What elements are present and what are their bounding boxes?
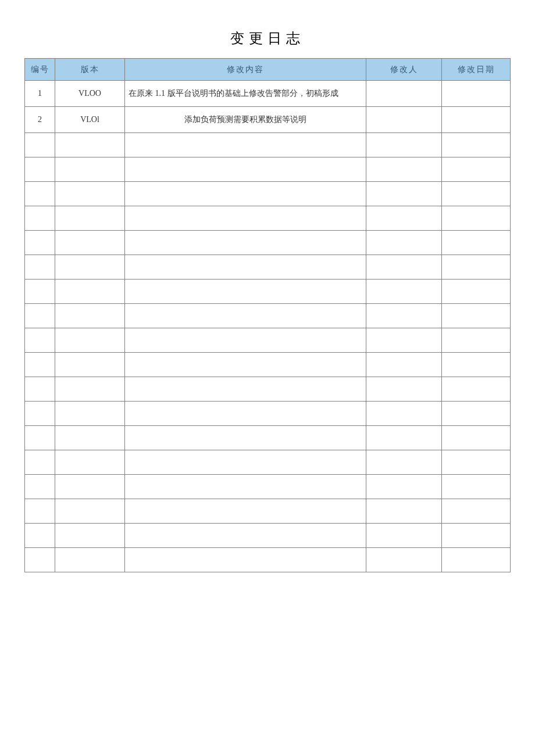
table-row (25, 524, 511, 548)
table-row (25, 157, 511, 182)
changelog-table: 编号 版本 修改内容 修改人 修改日期 1VLOO在原来 1.1 版平台说明书的… (24, 58, 511, 572)
cell-content (125, 353, 366, 377)
cell-date (442, 133, 511, 157)
cell-date (442, 157, 511, 182)
cell-id (25, 280, 55, 304)
cell-id (25, 206, 55, 231)
cell-version (55, 280, 125, 304)
cell-content: 添加负荷预测需要积累数据等说明 (125, 107, 366, 133)
cell-author (366, 304, 442, 328)
cell-author (366, 133, 442, 157)
cell-content (125, 133, 366, 157)
cell-author (366, 499, 442, 524)
table-row (25, 206, 511, 231)
table-row (25, 231, 511, 255)
cell-author (366, 81, 442, 107)
cell-date (442, 499, 511, 524)
cell-date (442, 182, 511, 206)
table-row (25, 304, 511, 328)
cell-author (366, 157, 442, 182)
table-row (25, 133, 511, 157)
cell-id (25, 157, 55, 182)
cell-author (366, 206, 442, 231)
cell-id (25, 524, 55, 548)
cell-version (55, 475, 125, 499)
cell-version (55, 524, 125, 548)
cell-date (442, 353, 511, 377)
cell-version (55, 231, 125, 255)
cell-content (125, 328, 366, 353)
cell-content: 在原来 1.1 版平台说明书的基础上修改告警部分，初稿形成 (125, 81, 366, 107)
cell-content (125, 499, 366, 524)
cell-version (55, 548, 125, 572)
col-header-author: 修改人 (366, 59, 442, 81)
cell-content (125, 206, 366, 231)
cell-date (442, 255, 511, 280)
cell-version (55, 328, 125, 353)
cell-author (366, 107, 442, 133)
cell-date (442, 231, 511, 255)
table-row (25, 182, 511, 206)
table-row (25, 280, 511, 304)
cell-author (366, 426, 442, 450)
cell-id: 2 (25, 107, 55, 133)
cell-author (366, 328, 442, 353)
page-title: 变更日志 (24, 29, 511, 48)
cell-author (366, 402, 442, 426)
cell-id (25, 475, 55, 499)
cell-version: VLOl (55, 107, 125, 133)
table-row (25, 499, 511, 524)
cell-version (55, 304, 125, 328)
cell-id (25, 328, 55, 353)
cell-content (125, 450, 366, 475)
cell-id (25, 353, 55, 377)
cell-content (125, 157, 366, 182)
cell-id (25, 133, 55, 157)
cell-version: VLOO (55, 81, 125, 107)
table-row: 2VLOl添加负荷预测需要积累数据等说明 (25, 107, 511, 133)
cell-content (125, 231, 366, 255)
cell-version (55, 157, 125, 182)
cell-date (442, 304, 511, 328)
cell-version (55, 402, 125, 426)
cell-author (366, 182, 442, 206)
cell-author (366, 353, 442, 377)
table-row (25, 328, 511, 353)
col-header-date: 修改日期 (442, 59, 511, 81)
table-row (25, 255, 511, 280)
cell-author (366, 524, 442, 548)
cell-author (366, 280, 442, 304)
table-row (25, 377, 511, 402)
table-row (25, 353, 511, 377)
cell-version (55, 377, 125, 402)
cell-id (25, 499, 55, 524)
table-row (25, 548, 511, 572)
cell-content (125, 255, 366, 280)
cell-date (442, 548, 511, 572)
cell-content (125, 475, 366, 499)
cell-id (25, 304, 55, 328)
cell-date (442, 475, 511, 499)
table-row (25, 475, 511, 499)
col-header-content: 修改内容 (125, 59, 366, 81)
cell-content (125, 548, 366, 572)
cell-date (442, 328, 511, 353)
cell-author (366, 475, 442, 499)
cell-author (366, 450, 442, 475)
cell-id (25, 255, 55, 280)
cell-author (366, 548, 442, 572)
cell-date (442, 426, 511, 450)
cell-id (25, 450, 55, 475)
cell-date (442, 280, 511, 304)
cell-version (55, 206, 125, 231)
cell-content (125, 524, 366, 548)
cell-content (125, 304, 366, 328)
cell-author (366, 377, 442, 402)
cell-id (25, 182, 55, 206)
cell-author (366, 255, 442, 280)
cell-id (25, 548, 55, 572)
cell-date (442, 81, 511, 107)
table-row: 1VLOO在原来 1.1 版平台说明书的基础上修改告警部分，初稿形成 (25, 81, 511, 107)
cell-id (25, 377, 55, 402)
cell-id (25, 426, 55, 450)
